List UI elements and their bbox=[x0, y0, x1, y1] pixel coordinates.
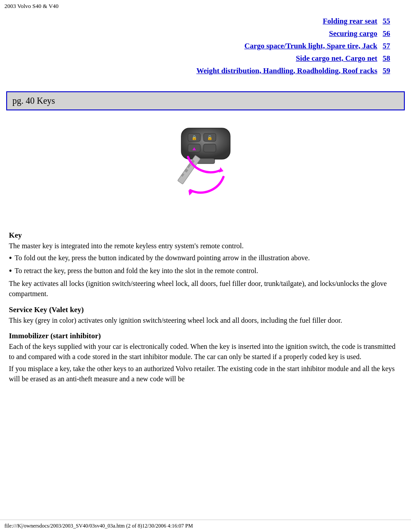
toc-link-1[interactable]: Folding rear seat bbox=[323, 17, 377, 26]
section-key: Key The master key is integrated into th… bbox=[9, 231, 402, 299]
toc-page-4[interactable]: 58 bbox=[383, 54, 393, 63]
toc-link-2[interactable]: Securing cargo bbox=[329, 29, 377, 38]
content-body: Key The master key is integrated into th… bbox=[0, 221, 411, 395]
bullet-fold-out: • To fold out the key, press the button … bbox=[9, 253, 402, 265]
pg-header: pg. 40 Keys bbox=[6, 91, 405, 110]
heading-service-key: Service Key (Valet key) bbox=[9, 305, 402, 314]
toc-link-5[interactable]: Weight distribution, Handling, Roadholdi… bbox=[196, 66, 377, 75]
toc-row-3: Cargo space/Trunk light, Spare tire, Jac… bbox=[9, 42, 393, 51]
toc-row-5: Weight distribution, Handling, Roadholdi… bbox=[9, 66, 393, 75]
key-intro: The master key is integrated into the re… bbox=[9, 241, 402, 251]
toc-page-5[interactable]: 59 bbox=[383, 66, 393, 75]
section-service-key: Service Key (Valet key) This key (grey i… bbox=[9, 305, 402, 325]
svg-rect-0 bbox=[181, 128, 230, 159]
key-image-container: 🔒 🔓 bbox=[0, 115, 411, 221]
toc-section: Folding rear seat 55 Securing cargo 56 C… bbox=[0, 12, 411, 83]
toc-page-3[interactable]: 57 bbox=[383, 42, 393, 51]
title-text: 2003 Volvo S40 & V40 bbox=[4, 3, 59, 9]
svg-marker-15 bbox=[219, 167, 223, 172]
svg-text:🔒: 🔒 bbox=[192, 135, 197, 141]
key-illustration: 🔒 🔓 bbox=[155, 124, 257, 217]
toc-link-4[interactable]: Side cargo net, Cargo net bbox=[296, 54, 377, 63]
heading-key: Key bbox=[9, 231, 402, 240]
footer: file:///K|/ownersdocs/2003/2003_SV40/03s… bbox=[0, 520, 411, 532]
bullet-retract-text: To retract the key, press the button and… bbox=[15, 266, 258, 276]
immobilizer-text-1: Each of the keys supplied with your car … bbox=[9, 341, 402, 362]
bullet-fold-out-text: To fold out the key, press the button in… bbox=[15, 253, 310, 263]
pg-header-text: pg. 40 Keys bbox=[12, 96, 55, 106]
bullet-dot-1: • bbox=[9, 252, 12, 265]
title-bar: 2003 Volvo S40 & V40 bbox=[0, 0, 411, 12]
service-key-text: This key (grey in color) activates only … bbox=[9, 315, 402, 325]
section-immobilizer: Immobilizer (start inhibitor) Each of th… bbox=[9, 332, 402, 384]
toc-row-4: Side cargo net, Cargo net 58 bbox=[9, 54, 393, 63]
toc-row-2: Securing cargo 56 bbox=[9, 29, 393, 38]
toc-page-2[interactable]: 56 bbox=[383, 29, 393, 38]
svg-rect-4 bbox=[204, 144, 216, 152]
key-activates: The key activates all locks (ignition sw… bbox=[9, 278, 402, 299]
footer-text: file:///K|/ownersdocs/2003/2003_SV40/03s… bbox=[4, 523, 193, 529]
toc-row-1: Folding rear seat 55 bbox=[9, 17, 393, 26]
toc-page-1[interactable]: 55 bbox=[383, 17, 393, 26]
bullet-retract: • To retract the key, press the button a… bbox=[9, 266, 402, 278]
toc-link-3[interactable]: Cargo space/Trunk light, Spare tire, Jac… bbox=[244, 42, 377, 51]
svg-text:🔓: 🔓 bbox=[207, 135, 213, 141]
bullet-dot-2: • bbox=[9, 265, 12, 278]
immobilizer-text-2: If you misplace a key, take the other ke… bbox=[9, 364, 402, 384]
heading-immobilizer: Immobilizer (start inhibitor) bbox=[9, 332, 402, 340]
